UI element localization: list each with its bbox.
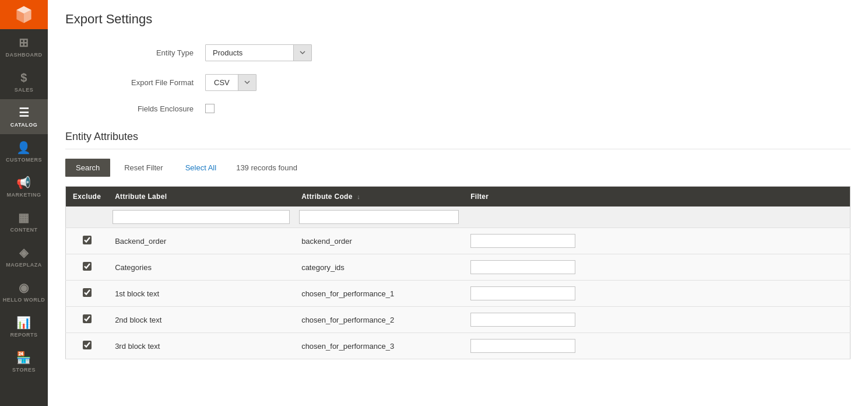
sidebar-item-label: REPORTS [10,332,37,338]
stores-icon: 🏪 [16,351,31,365]
table-row: Categories category_ids [66,254,851,281]
reports-icon: 📊 [16,316,31,330]
entity-type-row: Entity Type Products Customers Orders [65,44,851,61]
entity-attributes-title: Entity Attributes [65,131,851,149]
row-exclude-checkbox[interactable] [83,288,92,297]
sidebar-item-label: STORES [12,367,36,373]
main-content: Export Settings Entity Type Products Cus… [48,0,868,406]
col-header-filter: Filter [463,187,850,207]
row-exclude-cell [66,254,108,281]
records-count: 139 records found [236,163,297,172]
table-row: Backend_order backend_order [66,228,851,254]
fields-enclosure-label: Fields Enclosure [65,104,205,113]
row-attr-label: 3rd block text [108,333,294,359]
select-all-button[interactable]: Select All [177,159,224,177]
sidebar-item-sales[interactable]: $ SALES [0,64,48,99]
row-filter-input[interactable] [470,313,575,327]
chevron-down-icon [300,51,305,55]
search-button[interactable]: Search [65,159,110,177]
sidebar-item-label: SALES [15,87,34,93]
export-settings-form: Entity Type Products Customers Orders [65,44,851,113]
reset-filter-button[interactable]: Reset Filter [116,159,171,177]
row-attr-label: 1st block text [108,281,294,307]
row-exclude-checkbox[interactable] [83,314,92,323]
marketing-icon: 📢 [16,176,31,190]
sidebar-item-stores[interactable]: 🏪 STORES [0,344,48,379]
sidebar-logo [0,0,48,29]
table-row: 3rd block text chosen_for_performance_3 [66,333,851,359]
row-attr-label: Categories [108,254,294,281]
row-exclude-cell [66,307,108,333]
row-filter-input[interactable] [470,286,575,300]
sidebar-item-label: CATALOG [10,122,38,128]
row-exclude-checkbox[interactable] [83,341,92,349]
sidebar-item-label: CUSTOMERS [6,157,42,163]
sidebar-item-dashboard[interactable]: ⊞ DASHBOARD [0,29,48,64]
row-attr-label: 2nd block text [108,307,294,333]
row-attr-code: chosen_for_performance_3 [294,333,463,359]
row-exclude-checkbox[interactable] [83,262,92,271]
sidebar-item-catalog[interactable]: ☰ CATALOG [0,99,48,134]
row-filter-cell [463,254,850,281]
sidebar-item-mageplaza[interactable]: ◈ MAGEPLAZA [0,239,48,274]
sidebar-item-customers[interactable]: 👤 CUSTOMERS [0,134,48,169]
col-header-exclude: Exclude [66,187,108,207]
export-format-value: CSV [206,75,238,90]
sidebar-item-reports[interactable]: 📊 REPORTS [0,309,48,344]
catalog-icon: ☰ [19,106,30,120]
filter-cell-exclude [66,206,108,228]
row-exclude-checkbox[interactable] [83,236,92,244]
sidebar-item-helloworld[interactable]: ◉ HELLO WORLD [0,274,48,309]
col-header-attribute-label: Attribute Label [108,187,294,207]
content-icon: ▦ [18,211,30,225]
sidebar-item-content[interactable]: ▦ CONTENT [0,204,48,239]
row-filter-input[interactable] [470,339,575,353]
table-header-row: Exclude Attribute Label Attribute Code ↓… [66,187,851,207]
col-header-attribute-code: Attribute Code ↓ [294,187,463,207]
customers-icon: 👤 [16,141,31,155]
row-attr-code: chosen_for_performance_1 [294,281,463,307]
sidebar: ⊞ DASHBOARD $ SALES ☰ CATALOG 👤 CUSTOMER… [0,0,48,406]
helloworld-icon: ◉ [19,281,29,295]
chevron-down-icon [244,80,250,85]
row-filter-input[interactable] [470,260,575,274]
sidebar-item-marketing[interactable]: 📢 MARKETING [0,169,48,204]
row-filter-cell [463,228,850,254]
page-title: Export Settings [65,12,851,27]
fields-enclosure-checkbox[interactable] [205,104,215,113]
table-body: Backend_order backend_order Categories [66,206,851,359]
sidebar-item-label: MARKETING [7,192,41,198]
fields-enclosure-row: Fields Enclosure [65,104,851,113]
row-filter-cell [463,281,850,307]
filter-action-row: Search Reset Filter Select All 139 recor… [65,159,851,177]
row-attr-code: chosen_for_performance_2 [294,307,463,333]
sort-icon: ↓ [357,193,360,200]
table-filter-row [66,206,851,228]
mageplaza-icon: ◈ [19,246,29,260]
dashboard-icon: ⊞ [19,36,29,50]
sales-icon: $ [20,71,27,85]
filter-cell-label [108,206,294,228]
export-format-select-group: CSV [205,74,256,91]
row-attr-code: backend_order [294,228,463,254]
sidebar-item-label: DASHBOARD [6,52,43,58]
row-filter-cell [463,333,850,359]
filter-input-code[interactable] [299,210,459,224]
table-row: 2nd block text chosen_for_performance_2 [66,307,851,333]
export-format-dropdown-btn[interactable] [238,75,256,90]
entity-type-label: Entity Type [65,48,205,57]
row-attr-label: Backend_order [108,228,294,254]
row-attr-code: category_ids [294,254,463,281]
entity-type-select[interactable]: Products Customers Orders [206,45,293,61]
entity-type-control: Products Customers Orders [205,44,312,61]
row-filter-input[interactable] [470,234,575,248]
row-filter-cell [463,307,850,333]
row-exclude-cell [66,333,108,359]
entity-type-select-group: Products Customers Orders [205,44,312,61]
filter-cell-code [294,206,463,228]
export-format-label: Export File Format [65,78,205,87]
entity-type-dropdown-btn[interactable] [293,45,311,61]
filter-input-label[interactable] [113,210,290,224]
sidebar-item-label: HELLO WORLD [3,297,45,303]
row-exclude-cell [66,281,108,307]
